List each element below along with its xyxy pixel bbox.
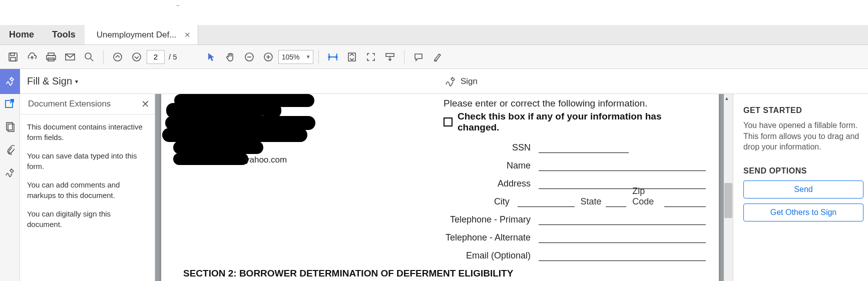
fill-sign-bar: Fill & Sign▾ Sign	[0, 69, 868, 94]
email-field[interactable]	[539, 250, 706, 261]
fill-sign-title[interactable]: Fill & Sign▾	[27, 76, 78, 87]
name-field[interactable]	[539, 160, 706, 171]
highlight-icon[interactable]	[428, 48, 447, 66]
checkbox-label: Check this box if any of your informatio…	[458, 111, 706, 133]
extensions-title: Document Extensions	[28, 99, 111, 109]
print-icon[interactable]	[42, 48, 60, 66]
get-started-heading: GET STARTED	[743, 106, 868, 115]
redaction	[162, 128, 307, 142]
zip-label: Zip Code	[626, 186, 664, 207]
section-2-heading: SECTION 2: BORROWER DETERMINATION OF DEF…	[183, 268, 706, 279]
email-label: Email (Optional)	[444, 250, 539, 261]
left-rail	[0, 94, 20, 281]
main-toolbar: / 5 105%▼	[0, 45, 868, 69]
email-fragment: yahoo.com	[245, 155, 287, 165]
scrollbar-thumb[interactable]	[724, 183, 732, 218]
email-icon[interactable]	[61, 48, 79, 66]
form-fields-icon[interactable]	[3, 97, 17, 111]
city-label: City	[444, 196, 518, 207]
send-button[interactable]: Send	[743, 180, 863, 198]
fill-sign-label: Fill & Sign	[27, 76, 72, 87]
ext-text-2: You can save data typed into this form.	[27, 150, 148, 172]
svg-rect-1	[11, 53, 15, 56]
send-options-heading: SEND OPTIONS	[743, 166, 868, 176]
document-extensions-panel: Document Extensions ✕ This document cont…	[20, 94, 155, 281]
select-tool-icon[interactable]	[202, 48, 220, 66]
svg-point-7	[85, 53, 91, 59]
svg-rect-13	[386, 54, 394, 56]
svg-point-9	[133, 53, 141, 61]
close-icon[interactable]: ✕	[141, 98, 150, 110]
attachments-icon[interactable]	[3, 143, 17, 157]
ssn-field[interactable]	[539, 142, 629, 153]
zip-field[interactable]	[664, 196, 706, 207]
tab-document[interactable]: Unemployment Def... ✕	[85, 25, 199, 44]
cloud-upload-icon[interactable]	[23, 48, 41, 66]
comment-icon[interactable]	[409, 48, 427, 66]
page-number-input[interactable]	[147, 50, 165, 64]
ssn-label: SSN	[444, 142, 539, 153]
pages-icon[interactable]	[3, 120, 17, 134]
state-field[interactable]	[606, 196, 627, 207]
instruction-text: Please enter or correct the following in…	[444, 98, 706, 109]
sign-button[interactable]: Sign	[445, 76, 478, 87]
tab-home[interactable]: Home	[0, 25, 43, 44]
sign-label: Sign	[461, 76, 478, 86]
signatures-rail-icon[interactable]	[3, 166, 17, 180]
info-changed-checkbox[interactable]	[444, 118, 453, 126]
get-started-text: You have opened a fillable form. This fo…	[743, 120, 868, 152]
svg-rect-2	[11, 58, 16, 61]
fill-sign-rail-icon[interactable]	[0, 69, 20, 94]
get-others-sign-button[interactable]: Get Others to Sign	[743, 204, 863, 222]
tab-tools[interactable]: Tools	[43, 25, 85, 44]
tab-document-label: Unemployment Def...	[97, 30, 177, 40]
ext-text-4: You can digitally sign this document.	[27, 208, 148, 230]
page-total-label: / 5	[169, 52, 177, 61]
fit-width-icon[interactable]	[324, 48, 342, 66]
stray-dots: ..	[176, 0, 180, 8]
scrollbar[interactable]: ▴	[724, 94, 733, 281]
chevron-down-icon: ▾	[75, 78, 78, 85]
ext-text-3: You can add comments and markups to this…	[27, 180, 148, 200]
fit-page-icon[interactable]	[343, 48, 361, 66]
hand-tool-icon[interactable]	[221, 48, 239, 66]
tab-bar: Home Tools Unemployment Def... ✕	[0, 25, 868, 45]
address-label: Address	[444, 178, 539, 189]
zoom-out-icon[interactable]	[240, 48, 258, 66]
tel-alt-field[interactable]	[539, 232, 706, 243]
redaction	[173, 153, 248, 165]
zoom-select[interactable]: 105%▼	[278, 50, 313, 64]
zoom-in-icon[interactable]	[259, 48, 277, 66]
address-field[interactable]	[539, 178, 706, 189]
scroll-up-icon[interactable]: ▴	[725, 95, 728, 102]
redaction	[173, 141, 263, 154]
document-viewport[interactable]: yahoo.com Please enter or correct the fo…	[155, 94, 733, 281]
city-field[interactable]	[518, 196, 575, 207]
chevron-down-icon: ▼	[306, 54, 311, 60]
page-up-icon[interactable]	[109, 48, 127, 66]
redacted-link-fragment	[261, 107, 276, 118]
page-down-icon[interactable]	[128, 48, 146, 66]
save-icon[interactable]	[4, 48, 22, 66]
scroll-mode-icon[interactable]	[381, 48, 399, 66]
tel-alt-label: Telephone - Alternate	[444, 232, 539, 243]
signature-icon	[445, 76, 457, 87]
search-icon[interactable]	[80, 48, 98, 66]
right-panel: GET STARTED You have opened a fillable f…	[733, 94, 868, 281]
name-label: Name	[444, 160, 539, 171]
zoom-value: 105%	[282, 53, 300, 61]
tel-primary-label: Telephone - Primary	[444, 214, 539, 225]
fullscreen-icon[interactable]	[362, 48, 380, 66]
close-icon[interactable]: ✕	[184, 30, 191, 40]
pdf-page: yahoo.com Please enter or correct the fo…	[161, 94, 719, 281]
state-label: State	[575, 196, 606, 207]
tel-primary-field[interactable]	[539, 214, 706, 225]
svg-point-8	[114, 53, 122, 61]
ext-text-1: This document contains interactive form …	[27, 122, 148, 142]
